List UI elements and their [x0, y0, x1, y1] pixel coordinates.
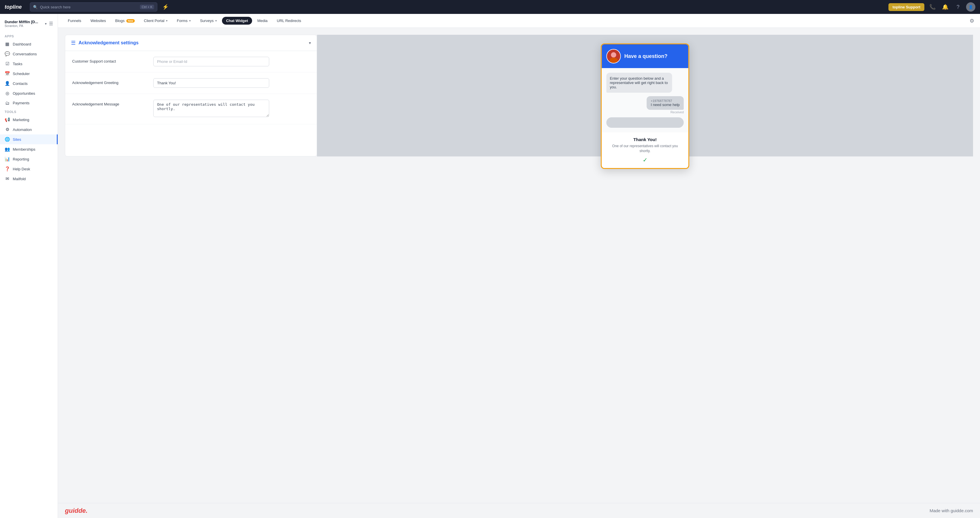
tasks-icon: ☑: [5, 61, 10, 66]
url-redirects-label: URL Redirects: [277, 19, 301, 23]
mailfold-icon: ✉: [5, 176, 10, 181]
company-subtitle: Scranton, PA: [5, 24, 43, 27]
opportunities-icon: ◎: [5, 91, 10, 96]
forms-chevron-icon: ▾: [189, 19, 191, 22]
chat-typing-indicator: [606, 118, 684, 128]
lightning-button[interactable]: ⚡: [161, 2, 170, 11]
company-selector[interactable]: Dunder Mifflin [D... Scranton, PA ▾ ☰: [0, 17, 58, 32]
sidebar-item-memberships[interactable]: 👥 Memberships: [0, 144, 58, 154]
content-area: Funnels Websites Blogs New Client Portal…: [58, 14, 980, 518]
sidebar-item-scheduler[interactable]: 📅 Scheduler: [0, 69, 58, 78]
app-logo: topline: [5, 4, 22, 10]
sidebar-item-opportunities[interactable]: ◎ Opportunities: [0, 88, 58, 98]
sidebar-toggle-icon[interactable]: ☰: [49, 21, 53, 26]
chat-thankyou-message: One of our representatives will contact …: [606, 144, 684, 154]
subnav-item-surveys[interactable]: Surveys ▾: [196, 17, 221, 25]
sidebar-item-help-desk[interactable]: ❓ Help Desk: [0, 164, 58, 174]
subnav-item-url-redirects[interactable]: URL Redirects: [273, 17, 305, 25]
sidebar-item-label: Marketing: [13, 118, 29, 122]
sidebar-item-reporting[interactable]: 📊 Reporting: [0, 154, 58, 164]
chat-widget-header: Have a question?: [602, 44, 689, 68]
sidebar-item-dashboard[interactable]: ▦ Dashboard: [0, 39, 58, 49]
sidebar-item-label: Payments: [13, 101, 30, 105]
subnav-item-websites[interactable]: Websites: [86, 17, 110, 25]
chat-widget-avatar: [606, 49, 621, 64]
media-label: Media: [257, 19, 267, 23]
greeting-row: Acknowledgement Greeting: [65, 72, 317, 94]
subnav-item-chat-widget[interactable]: Chat Widget: [222, 17, 252, 25]
sidebar-item-conversations[interactable]: 💬 Conversations: [0, 49, 58, 59]
conversations-icon: 💬: [5, 51, 10, 57]
sidebar-item-payments[interactable]: 🗂 Payments: [0, 98, 58, 108]
message-label: Acknowledgement Message: [72, 100, 153, 106]
blogs-label: Blogs: [115, 19, 125, 23]
subnav-item-blogs[interactable]: Blogs New: [111, 17, 138, 25]
chat-check-icon: ✓: [606, 156, 684, 164]
bell-icon[interactable]: 🔔: [940, 2, 950, 11]
top-navigation: topline 🔍 Quick search here Ctrl + K ⚡ t…: [0, 0, 980, 14]
funnels-label: Funnels: [68, 19, 81, 23]
support-button[interactable]: topline Support: [888, 3, 924, 11]
reporting-icon: 📊: [5, 156, 10, 162]
subnav-item-client-portal[interactable]: Client Portal ▾: [140, 17, 172, 25]
settings-gear-icon[interactable]: ⚙: [970, 17, 974, 24]
guidde-tagline: Made with guidde.com: [929, 508, 973, 513]
blogs-new-badge: New: [126, 19, 135, 22]
sidebar-item-label: Mailfold: [13, 177, 26, 181]
sidebar-item-label: Scheduler: [13, 72, 30, 76]
search-icon: 🔍: [33, 5, 38, 9]
phone-icon[interactable]: 📞: [928, 2, 937, 11]
forms-label: Forms: [177, 19, 188, 23]
card-collapse-chevron-icon[interactable]: ▾: [309, 41, 311, 45]
tools-section-label: Tools: [0, 108, 58, 115]
customer-support-row: Customer Support contact: [65, 51, 317, 72]
main-layout: Dunder Mifflin [D... Scranton, PA ▾ ☰ Ap…: [0, 14, 980, 518]
sidebar-item-label: Automation: [13, 127, 32, 132]
chat-user-bubble: +19768778787 I need some help: [647, 96, 684, 110]
contacts-icon: 👤: [5, 81, 10, 86]
websites-label: Websites: [91, 19, 106, 23]
surveys-chevron-icon: ▾: [215, 19, 217, 22]
chat-widget-header-text: Have a question?: [624, 53, 668, 59]
chat-thankyou-title: Thank You!: [606, 137, 684, 142]
help-icon[interactable]: ?: [953, 2, 963, 11]
chat-user-message: I need some help: [651, 103, 680, 107]
sidebar-item-mailfold[interactable]: ✉ Mailfold: [0, 174, 58, 184]
sidebar-item-marketing[interactable]: 📢 Marketing: [0, 115, 58, 125]
sidebar-item-label: Help Desk: [13, 167, 30, 171]
help-desk-icon: ❓: [5, 166, 10, 172]
chat-agent-bubble: Enter your question below and a represen…: [606, 73, 672, 93]
sidebar-item-label: Memberships: [13, 147, 35, 151]
subnav-item-funnels[interactable]: Funnels: [64, 17, 85, 25]
sidebar-item-label: Conversations: [13, 52, 37, 56]
greeting-label: Acknowledgement Greeting: [72, 78, 153, 85]
global-search[interactable]: 🔍 Quick search here Ctrl + K: [30, 2, 158, 11]
avatar[interactable]: 👤: [966, 2, 975, 11]
chat-agent-avatar-image: [607, 49, 620, 63]
message-textarea[interactable]: One of our representatives will contact …: [153, 100, 269, 117]
sidebar: Dunder Mifflin [D... Scranton, PA ▾ ☰ Ap…: [0, 14, 58, 518]
search-placeholder-text: Quick search here: [40, 5, 138, 9]
sidebar-item-label: Dashboard: [13, 42, 31, 46]
chat-user-phone: +19768778787: [651, 99, 680, 103]
chat-received-label: Received: [671, 110, 684, 114]
chat-widget-body: Enter your question below and a represen…: [602, 68, 689, 132]
marketing-icon: 📢: [5, 117, 10, 122]
search-shortcut: Ctrl + K: [140, 5, 154, 9]
customer-support-label: Customer Support contact: [72, 57, 153, 64]
subnav-item-forms[interactable]: Forms ▾: [173, 17, 195, 25]
chat-widget-container: Have a question? Enter your question bel…: [601, 43, 689, 169]
payments-icon: 🗂: [5, 100, 10, 105]
sidebar-item-label: Tasks: [13, 62, 22, 66]
subnav-item-media[interactable]: Media: [253, 17, 272, 25]
sidebar-item-sites[interactable]: 🌐 Sites: [0, 134, 58, 144]
memberships-icon: 👥: [5, 146, 10, 152]
sidebar-item-contacts[interactable]: 👤 Contacts: [0, 78, 58, 88]
company-chevron-icon: ▾: [45, 22, 47, 26]
greeting-input[interactable]: [153, 78, 269, 88]
customer-support-input[interactable]: [153, 57, 269, 66]
card-header-title: Acknowledgement settings: [78, 40, 138, 46]
chat-widget-label: Chat Widget: [226, 19, 248, 23]
sidebar-item-tasks[interactable]: ☑ Tasks: [0, 59, 58, 69]
sidebar-item-automation[interactable]: ⚙ Automation: [0, 125, 58, 134]
